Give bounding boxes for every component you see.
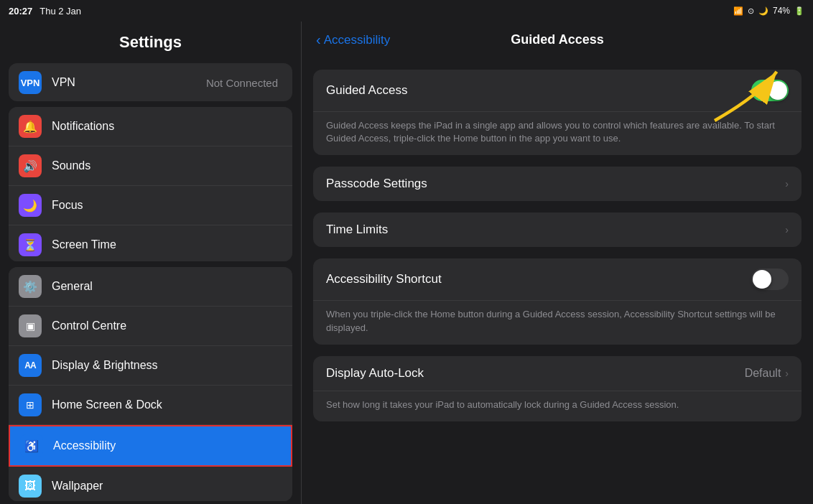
back-chevron-icon: ‹ — [316, 32, 321, 48]
notifications-label: Notifications — [52, 120, 282, 133]
time-limits-card: Time Limits › — [313, 213, 802, 247]
sidebar-item-vpn[interactable]: VPN VPN Not Connected — [9, 63, 292, 101]
accessibility-label: Accessibility — [53, 439, 281, 452]
location-icon: ⊙ — [748, 6, 754, 16]
guided-access-row: Guided Access — [313, 70, 802, 112]
toggle-knob — [768, 81, 787, 100]
sidebar-item-screen-time[interactable]: ⏳ Screen Time — [9, 225, 292, 261]
accessibility-icon: ♿ — [20, 434, 43, 457]
home-screen-icon: ⊞ — [19, 393, 42, 416]
screen-time-label: Screen Time — [52, 238, 282, 251]
wallpaper-label: Wallpaper — [52, 480, 282, 493]
sidebar-title: Settings — [0, 22, 301, 60]
detail-header: ‹ Accessibility Guided Access — [302, 22, 813, 58]
guided-access-description: Guided Access keeps the iPad in a single… — [313, 112, 802, 155]
status-time: 20:27 — [9, 6, 32, 17]
sounds-label: Sounds — [52, 159, 282, 172]
display-auto-lock-value: Default — [745, 367, 781, 380]
control-centre-icon: ▣ — [19, 314, 42, 337]
passcode-chevron-icon: › — [785, 178, 789, 190]
display-auto-lock-description: Set how long it takes your iPad to autom… — [313, 391, 802, 421]
status-bar: 20:27 Thu 2 Jan 📶 ⊙ 🌙 74% 🔋 — [0, 0, 813, 22]
screen-time-icon: ⏳ — [19, 233, 42, 256]
main-content: Settings VPN VPN Not Connected 🔔 Notific… — [0, 22, 813, 504]
display-brightness-icon: AA — [19, 354, 42, 377]
vpn-icon: VPN — [19, 71, 42, 94]
notifications-icon: 🔔 — [19, 115, 42, 138]
detail-page-title: Guided Access — [511, 32, 603, 47]
sidebar-item-home-screen[interactable]: ⊞ Home Screen & Dock — [9, 386, 292, 425]
passcode-settings-card: Passcode Settings › — [313, 167, 802, 201]
passcode-settings-row[interactable]: Passcode Settings › — [313, 167, 802, 201]
battery-icon: 🔋 — [794, 6, 804, 16]
accessibility-shortcut-toggle[interactable] — [751, 269, 789, 290]
guided-access-toggle[interactable] — [751, 80, 789, 101]
vpn-value: Not Connected — [206, 77, 278, 89]
display-auto-lock-label: Display Auto-Lock — [326, 366, 745, 381]
status-date: Thu 2 Jan — [40, 6, 81, 17]
sidebar: Settings VPN VPN Not Connected 🔔 Notific… — [0, 22, 302, 504]
back-button[interactable]: ‹ Accessibility — [316, 32, 390, 48]
sidebar-item-sounds[interactable]: 🔊 Sounds — [9, 146, 292, 186]
control-centre-label: Control Centre — [52, 319, 282, 332]
display-auto-lock-row[interactable]: Display Auto-Lock Default › — [313, 356, 802, 391]
time-limits-row[interactable]: Time Limits › — [313, 213, 802, 247]
accessibility-shortcut-row: Accessibility Shortcut — [313, 258, 802, 301]
accessibility-shortcut-description: When you triple-click the Home button du… — [313, 301, 802, 344]
sidebar-item-general[interactable]: ⚙️ General — [9, 267, 292, 307]
sidebar-item-control-centre[interactable]: ▣ Control Centre — [9, 307, 292, 346]
time-limits-chevron-icon: › — [785, 224, 789, 235]
display-auto-lock-card: Display Auto-Lock Default › Set how long… — [313, 356, 802, 421]
wallpaper-icon: 🖼 — [19, 475, 42, 498]
guided-access-card: Guided Access Guided Access keeps the iP… — [313, 70, 802, 155]
battery-indicator: 74% — [773, 6, 790, 16]
sidebar-item-accessibility[interactable]: ♿ Accessibility — [9, 425, 292, 467]
accessibility-shortcut-label: Accessibility Shortcut — [326, 272, 751, 286]
wifi-icon: 📶 — [733, 6, 743, 16]
passcode-settings-label: Passcode Settings — [326, 177, 785, 191]
shortcut-toggle-knob — [753, 270, 771, 289]
sidebar-item-focus[interactable]: 🌙 Focus — [9, 186, 292, 225]
detail-content: Guided Access Guided Access keeps the iP… — [302, 58, 813, 444]
back-label: Accessibility — [324, 33, 391, 47]
guided-access-row-label: Guided Access — [326, 83, 751, 98]
general-label: General — [52, 280, 282, 293]
display-auto-lock-chevron-icon: › — [785, 368, 789, 379]
home-screen-label: Home Screen & Dock — [52, 398, 282, 411]
sounds-icon: 🔊 — [19, 154, 42, 177]
vpn-section: VPN VPN Not Connected — [9, 63, 292, 101]
sidebar-item-wallpaper[interactable]: 🖼 Wallpaper — [9, 467, 292, 501]
time-limits-label: Time Limits — [326, 223, 785, 237]
display-brightness-label: Display & Brightness — [52, 359, 282, 372]
bottom-section: ⚙️ General ▣ Control Centre AA Display &… — [9, 267, 292, 501]
detail-panel: ‹ Accessibility Guided Access — [302, 22, 813, 504]
focus-label: Focus — [52, 199, 282, 212]
accessibility-shortcut-card: Accessibility Shortcut When you triple-c… — [313, 258, 802, 344]
general-icon: ⚙️ — [19, 275, 42, 298]
sidebar-item-display-brightness[interactable]: AA Display & Brightness — [9, 346, 292, 386]
sidebar-item-notifications[interactable]: 🔔 Notifications — [9, 107, 292, 146]
middle-section: 🔔 Notifications 🔊 Sounds 🌙 Focus ⏳ Scree… — [9, 107, 292, 261]
moon-icon: 🌙 — [758, 6, 768, 16]
status-icons: 📶 ⊙ 🌙 74% 🔋 — [733, 6, 804, 16]
vpn-label: VPN — [52, 76, 206, 89]
focus-icon: 🌙 — [19, 194, 42, 217]
